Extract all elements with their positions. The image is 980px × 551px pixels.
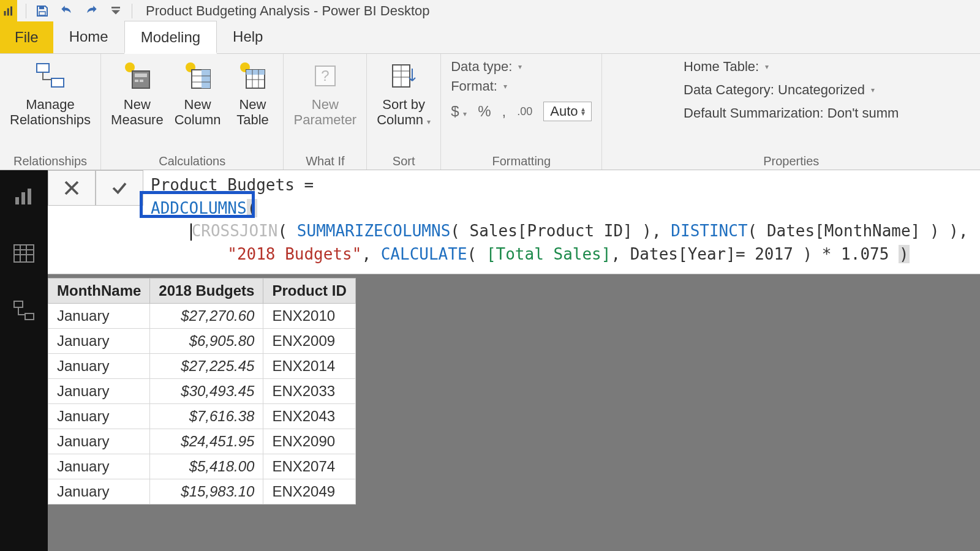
tab-home[interactable]: Home [53,21,124,53]
file-tab[interactable]: File [0,21,53,53]
cell-productid[interactable]: ENX2043 [263,404,355,429]
svg-rect-29 [15,197,19,204]
title-bar: Product Budgeting Analysis - Power BI De… [0,0,980,22]
cell-monthname[interactable]: January [48,454,150,479]
svg-rect-32 [14,245,34,262]
col-header-budgets[interactable]: 2018 Budgets [150,279,263,304]
svg-rect-9 [135,73,147,77]
svg-rect-2 [10,7,12,16]
col-header-productid[interactable]: Product ID [263,279,355,304]
table-row[interactable]: January$30,493.45ENX2033 [48,379,356,404]
table-row[interactable]: January$5,418.00ENX2074 [48,454,356,479]
sort-by-column-button[interactable]: Sort by Column ▾ [373,56,434,129]
col-header-monthname[interactable]: MonthName [48,279,150,304]
measure-icon [120,59,154,93]
cell-productid[interactable]: ENX2009 [263,329,355,354]
formula-bar: Product Budgets = ADDCOLUMNS( CROSSJOIN(… [48,170,980,274]
table-row[interactable]: January$7,616.38ENX2043 [48,404,356,429]
svg-rect-10 [135,80,138,82]
new-parameter-button[interactable]: ? New Parameter [290,56,360,129]
tab-help[interactable]: Help [217,21,279,53]
decimal-places-stepper[interactable]: Auto▴▾ [543,102,592,121]
data-category-dropdown[interactable]: Data Category: Uncategorized ▾ [684,82,899,98]
default-summarization-dropdown[interactable]: Default Summarization: Don't summ [684,105,899,121]
table-row[interactable]: January$15,983.10ENX2049 [48,479,356,504]
cell-budget[interactable]: $27,270.60 [150,304,263,329]
manage-relationships-button[interactable]: Manage Relationships [6,56,94,129]
cell-budget[interactable]: $30,493.45 [150,379,263,404]
table-row[interactable]: January$6,905.80ENX2009 [48,329,356,354]
svg-rect-1 [7,9,9,16]
commit-formula-button[interactable] [96,170,143,206]
separator [132,4,132,18]
cell-monthname[interactable]: January [48,429,150,454]
table-row[interactable]: January$27,225.45ENX2014 [48,354,356,379]
cell-budget[interactable]: $15,983.10 [150,479,263,504]
svg-text:?: ? [321,67,329,84]
cell-budget[interactable]: $27,225.45 [150,354,263,379]
data-type-dropdown[interactable]: Data type: ▾ [451,59,592,75]
cell-productid[interactable]: ENX2049 [263,479,355,504]
thousands-button[interactable]: , [502,103,507,120]
percent-button[interactable]: % [478,103,491,120]
table-row[interactable]: January$27,270.60ENX2010 [48,304,356,329]
ribbon-group-formatting: Data type: ▾ Format: ▾ $ ▾ % , .00 Auto▴… [441,54,602,170]
chevron-down-icon: ▾ [427,118,431,126]
new-column-button[interactable]: New Column [171,56,225,129]
table-row[interactable]: January$24,451.95ENX2090 [48,429,356,454]
svg-rect-19 [246,70,265,75]
new-column-label: New Column [175,97,221,128]
formula-editor[interactable]: Product Budgets = ADDCOLUMNS( CROSSJOIN(… [143,170,980,274]
report-view-button[interactable] [9,181,39,211]
chevron-down-icon: ▾ [503,82,507,91]
qat-customize-dropdown[interactable] [107,2,124,20]
undo-button[interactable] [58,2,75,20]
svg-rect-14 [202,70,210,88]
cell-monthname[interactable]: January [48,379,150,404]
cell-monthname[interactable]: January [48,404,150,429]
cell-budget[interactable]: $5,418.00 [150,454,263,479]
cell-monthname[interactable]: January [48,329,150,354]
group-label: What If [306,153,344,168]
svg-rect-38 [25,313,34,320]
svg-rect-30 [21,192,25,204]
redo-button[interactable] [83,2,100,20]
data-view-button[interactable] [9,239,39,268]
cell-monthname[interactable]: January [48,479,150,504]
tab-modeling[interactable]: Modeling [124,21,217,54]
chevron-down-icon: ▾ [871,86,875,94]
data-table[interactable]: MonthName 2018 Budgets Product ID Januar… [48,278,356,504]
cell-monthname[interactable]: January [48,304,150,329]
cell-productid[interactable]: ENX2074 [263,454,355,479]
sort-by-column-label: Sort by Column ▾ [377,97,431,128]
view-switcher [0,170,48,551]
cell-monthname[interactable]: January [48,354,150,379]
cell-productid[interactable]: ENX2010 [263,304,355,329]
cancel-formula-button[interactable] [48,170,96,206]
ribbon-group-calculations: New Measure New Column New Table Calcula… [101,54,284,170]
cell-productid[interactable]: ENX2033 [263,379,355,404]
new-measure-button[interactable]: New Measure [107,56,167,129]
cell-budget[interactable]: $6,905.80 [150,329,263,354]
model-view-button[interactable] [9,296,39,326]
parameter-icon: ? [308,59,342,93]
cell-productid[interactable]: ENX2014 [263,354,355,379]
home-table-dropdown[interactable]: Home Table: ▾ [684,59,899,75]
svg-rect-4 [39,12,45,15]
currency-button[interactable]: $ ▾ [451,103,467,120]
ribbon-tabs: File Home Modeling Help [0,22,980,54]
column-icon [181,59,215,93]
save-button[interactable] [34,2,51,20]
cell-budget[interactable]: $7,616.38 [150,404,263,429]
cell-productid[interactable]: ENX2090 [263,429,355,454]
new-table-button[interactable]: New Table [228,56,277,129]
table-icon [235,59,270,93]
svg-rect-6 [51,78,64,87]
format-dropdown[interactable]: Format: ▾ [451,78,592,94]
ribbon: Manage Relationships Relationships New M… [0,54,980,170]
app-icon [0,0,17,22]
group-label: Properties [763,153,819,168]
svg-rect-37 [14,301,23,307]
cell-budget[interactable]: $24,451.95 [150,429,263,454]
svg-rect-3 [39,6,44,9]
